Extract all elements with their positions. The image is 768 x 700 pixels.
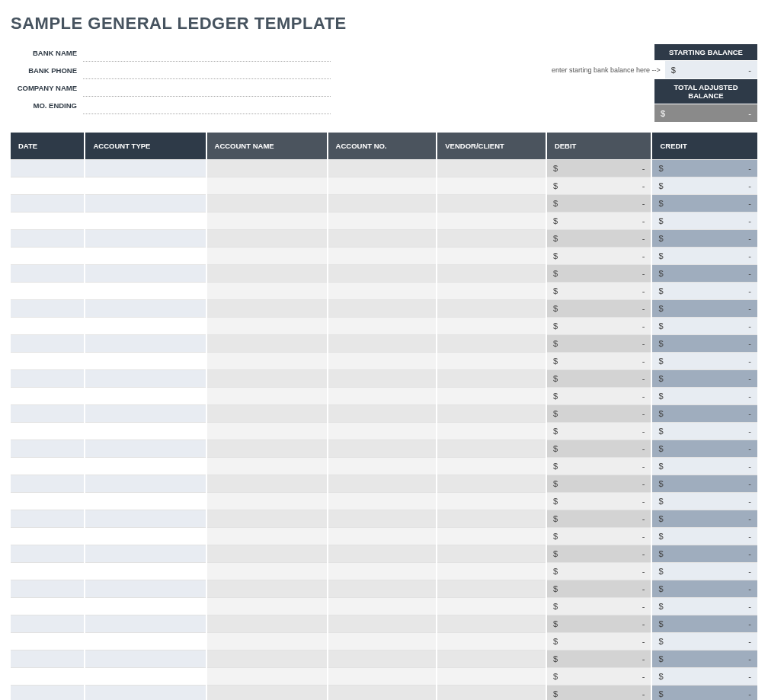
cell-account-type[interactable] [85, 353, 206, 370]
cell-date[interactable] [11, 510, 85, 528]
cell-vendor-client[interactable] [437, 458, 546, 475]
cell-account-no[interactable] [328, 423, 437, 440]
cell-debit[interactable]: $- [546, 213, 652, 230]
cell-debit[interactable]: $- [546, 686, 652, 701]
cell-account-no[interactable] [328, 177, 437, 195]
cell-account-no[interactable] [328, 475, 437, 493]
cell-debit[interactable]: $- [546, 423, 652, 440]
cell-account-type[interactable] [85, 528, 206, 545]
cell-vendor-client[interactable] [437, 686, 546, 701]
cell-credit[interactable]: $- [651, 493, 757, 510]
cell-account-type[interactable] [85, 388, 206, 405]
cell-credit[interactable]: $- [651, 686, 757, 701]
cell-date[interactable] [11, 177, 85, 195]
cell-account-no[interactable] [328, 283, 437, 300]
cell-account-type[interactable] [85, 598, 206, 615]
cell-account-type[interactable] [85, 686, 206, 701]
cell-vendor-client[interactable] [437, 633, 546, 650]
cell-debit[interactable]: $- [546, 598, 652, 615]
cell-debit[interactable]: $- [546, 283, 652, 300]
cell-date[interactable] [11, 230, 85, 248]
cell-date[interactable] [11, 353, 85, 370]
cell-vendor-client[interactable] [437, 177, 546, 195]
cell-account-name[interactable] [206, 283, 328, 300]
cell-date[interactable] [11, 650, 85, 668]
cell-account-no[interactable] [328, 213, 437, 230]
cell-account-name[interactable] [206, 440, 328, 458]
cell-account-no[interactable] [328, 440, 437, 458]
cell-vendor-client[interactable] [437, 668, 546, 686]
cell-account-name[interactable] [206, 563, 328, 580]
cell-account-name[interactable] [206, 213, 328, 230]
cell-account-name[interactable] [206, 335, 328, 353]
cell-vendor-client[interactable] [437, 598, 546, 615]
cell-vendor-client[interactable] [437, 370, 546, 388]
cell-date[interactable] [11, 686, 85, 701]
cell-credit[interactable]: $- [651, 300, 757, 318]
cell-credit[interactable]: $- [651, 528, 757, 545]
cell-account-type[interactable] [85, 545, 206, 563]
cell-account-type[interactable] [85, 283, 206, 300]
cell-account-name[interactable] [206, 458, 328, 475]
cell-account-type[interactable] [85, 668, 206, 686]
cell-vendor-client[interactable] [437, 423, 546, 440]
cell-account-no[interactable] [328, 580, 437, 598]
cell-account-type[interactable] [85, 248, 206, 265]
cell-vendor-client[interactable] [437, 160, 546, 177]
cell-vendor-client[interactable] [437, 615, 546, 633]
cell-account-no[interactable] [328, 686, 437, 701]
cell-debit[interactable]: $- [546, 615, 652, 633]
cell-account-type[interactable] [85, 563, 206, 580]
cell-account-no[interactable] [328, 615, 437, 633]
cell-debit[interactable]: $- [546, 510, 652, 528]
cell-account-no[interactable] [328, 265, 437, 283]
cell-credit[interactable]: $- [651, 650, 757, 668]
cell-date[interactable] [11, 213, 85, 230]
cell-account-no[interactable] [328, 598, 437, 615]
cell-account-name[interactable] [206, 528, 328, 545]
cell-date[interactable] [11, 423, 85, 440]
cell-account-no[interactable] [328, 633, 437, 650]
cell-debit[interactable]: $- [546, 230, 652, 248]
cell-debit[interactable]: $- [546, 335, 652, 353]
cell-vendor-client[interactable] [437, 405, 546, 423]
cell-vendor-client[interactable] [437, 265, 546, 283]
cell-account-no[interactable] [328, 195, 437, 213]
bank-phone-input[interactable] [83, 62, 331, 79]
cell-account-type[interactable] [85, 493, 206, 510]
bank-name-input[interactable] [83, 45, 331, 62]
cell-credit[interactable]: $- [651, 580, 757, 598]
cell-debit[interactable]: $- [546, 650, 652, 668]
cell-vendor-client[interactable] [437, 440, 546, 458]
cell-account-no[interactable] [328, 650, 437, 668]
cell-credit[interactable]: $- [651, 423, 757, 440]
cell-date[interactable] [11, 633, 85, 650]
cell-credit[interactable]: $- [651, 633, 757, 650]
cell-date[interactable] [11, 370, 85, 388]
cell-vendor-client[interactable] [437, 195, 546, 213]
cell-vendor-client[interactable] [437, 563, 546, 580]
cell-debit[interactable]: $- [546, 475, 652, 493]
cell-account-no[interactable] [328, 248, 437, 265]
cell-debit[interactable]: $- [546, 265, 652, 283]
cell-debit[interactable]: $- [546, 370, 652, 388]
cell-date[interactable] [11, 405, 85, 423]
cell-account-no[interactable] [328, 493, 437, 510]
cell-account-name[interactable] [206, 265, 328, 283]
cell-credit[interactable]: $- [651, 195, 757, 213]
cell-account-type[interactable] [85, 230, 206, 248]
cell-account-name[interactable] [206, 423, 328, 440]
cell-vendor-client[interactable] [437, 318, 546, 335]
cell-debit[interactable]: $- [546, 195, 652, 213]
cell-debit[interactable]: $- [546, 440, 652, 458]
cell-date[interactable] [11, 493, 85, 510]
cell-account-name[interactable] [206, 615, 328, 633]
cell-account-name[interactable] [206, 405, 328, 423]
cell-account-name[interactable] [206, 686, 328, 701]
cell-credit[interactable]: $- [651, 248, 757, 265]
cell-vendor-client[interactable] [437, 528, 546, 545]
cell-credit[interactable]: $- [651, 213, 757, 230]
cell-account-name[interactable] [206, 318, 328, 335]
cell-account-name[interactable] [206, 633, 328, 650]
cell-vendor-client[interactable] [437, 580, 546, 598]
